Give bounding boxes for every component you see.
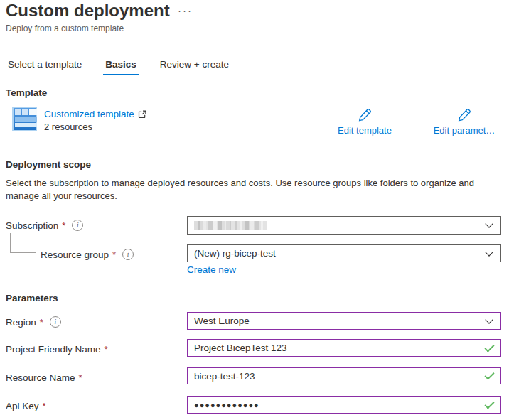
template-section-heading: Template: [6, 87, 47, 98]
subscription-dropdown[interactable]: [187, 216, 501, 235]
info-icon[interactable]: i: [50, 316, 61, 328]
edit-template-label: Edit template: [338, 125, 392, 136]
page-subtitle: Deploy from a custom template: [6, 23, 124, 33]
parameters-heading: Parameters: [6, 293, 58, 303]
tab-select-a-template[interactable]: Select a template: [6, 59, 84, 75]
info-icon[interactable]: i: [122, 249, 134, 260]
customized-template-link-label: Customized template: [44, 109, 134, 119]
resource-group-label: Resource group * i: [41, 249, 134, 260]
redacted-subscription-value: [194, 221, 267, 230]
chevron-down-icon: [485, 316, 493, 323]
external-link-icon: [138, 110, 146, 119]
subscription-label: Subscription * i: [6, 220, 83, 231]
edit-parameters-label: Edit paramet…: [434, 125, 495, 136]
pencil-icon: [458, 108, 471, 122]
project-friendly-name-label: Project Friendly Name *: [6, 344, 108, 355]
api-key-field-wrap: [187, 396, 501, 414]
api-key-label: Api Key *: [6, 401, 46, 411]
page-title: Custom deployment: [6, 0, 170, 21]
resource-group-value: (New) rg-bicep-test: [194, 248, 276, 259]
required-asterisk: *: [40, 317, 43, 328]
resource-name-label: Resource Name *: [6, 372, 82, 383]
required-asterisk: *: [112, 249, 116, 260]
chevron-down-icon: [485, 248, 493, 256]
required-asterisk: *: [62, 220, 65, 231]
region-label: Region * i: [6, 316, 61, 328]
region-dropdown[interactable]: West Europe: [187, 312, 501, 330]
custom-deployment-page: Custom deployment ··· Deploy from a cust…: [0, 0, 509, 420]
required-asterisk: *: [43, 401, 46, 411]
tab-basics[interactable]: Basics: [103, 59, 139, 75]
required-asterisk: *: [79, 372, 82, 383]
template-resource-count: 2 resources: [44, 122, 92, 132]
chevron-down-icon: [485, 220, 493, 227]
deployment-scope-heading: Deployment scope: [6, 159, 91, 170]
tab-review-create[interactable]: Review + create: [158, 59, 231, 75]
deployment-scope-description: Select the subscription to manage deploy…: [6, 177, 498, 202]
edit-template-button[interactable]: Edit template: [333, 108, 397, 136]
customized-template-link[interactable]: Customized template: [44, 109, 146, 119]
more-options-button[interactable]: ···: [178, 1, 193, 20]
template-icon: [12, 107, 37, 131]
resource-group-dropdown[interactable]: (New) rg-bicep-test: [187, 244, 501, 262]
project-friendly-name-field-wrap: [187, 339, 501, 357]
scope-connector-line: [10, 233, 36, 253]
tab-bar: Select a template Basics Review + create: [6, 59, 231, 75]
info-icon[interactable]: i: [72, 220, 83, 231]
edit-parameters-button[interactable]: Edit paramet…: [422, 108, 506, 136]
required-asterisk: *: [105, 344, 108, 355]
resource-name-field-wrap: [187, 367, 501, 384]
project-friendly-name-input[interactable]: [187, 339, 501, 357]
api-key-input[interactable]: [187, 396, 501, 414]
region-value: West Europe: [194, 316, 250, 326]
pencil-icon: [358, 108, 372, 122]
resource-name-input[interactable]: [187, 367, 501, 384]
create-new-link[interactable]: Create new: [187, 264, 236, 275]
